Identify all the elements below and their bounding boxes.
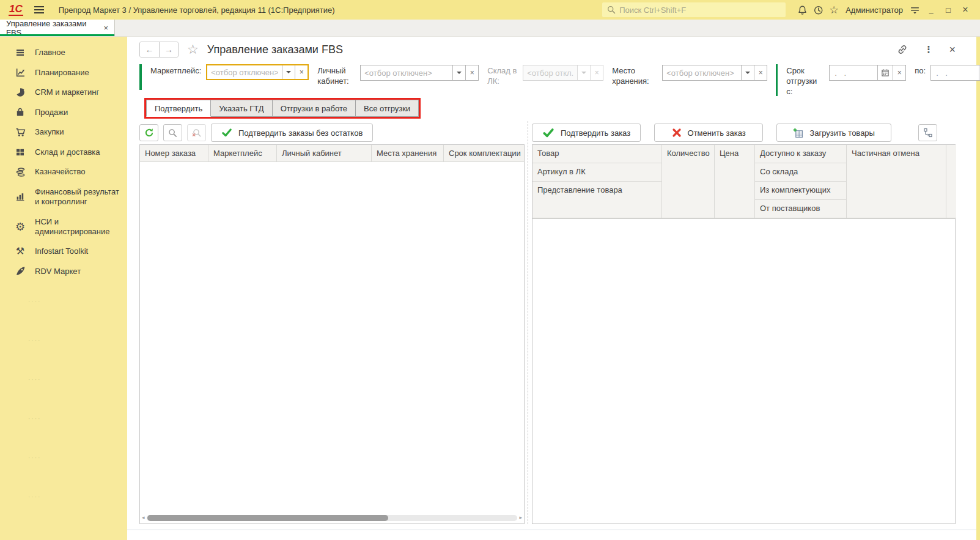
column-header-available[interactable]: Доступно к заказу	[755, 145, 847, 163]
sidebar-item-finance[interactable]: Финансовый результат и контроллинг	[0, 182, 127, 212]
column-header-partial-cancel[interactable]: Частичная отмена	[847, 145, 946, 218]
calendar-button[interactable]	[877, 65, 893, 80]
sidebar-item-label: Главное	[35, 48, 65, 57]
panel-splitter[interactable]	[525, 121, 532, 524]
filter-group-marker	[139, 64, 142, 90]
column-header-assembly-deadline[interactable]: Срок комплектации	[444, 145, 524, 161]
orders-horizontal-scrollbar[interactable]: ◂ ▸	[140, 512, 524, 523]
scrollbar-thumb[interactable]	[147, 515, 389, 521]
global-search-input[interactable]	[619, 6, 781, 15]
orders-panel: Подтвердить заказы без остатков Номер за…	[139, 121, 525, 524]
gear-icon: ⚙	[15, 221, 26, 232]
red-x-icon	[672, 128, 682, 138]
ship-to-date-field[interactable]: . . ×	[930, 65, 980, 81]
coins-icon	[15, 167, 26, 177]
clear-filter-button[interactable]: ×	[295, 65, 308, 79]
sidebar-item-planning[interactable]: Планирование	[0, 62, 127, 83]
transfer-rows-button[interactable]	[918, 124, 937, 141]
column-header-price[interactable]: Цена	[715, 145, 755, 218]
more-menu-icon[interactable]: ⋮	[924, 44, 933, 55]
global-search[interactable]	[602, 2, 786, 17]
tab-shipments-in-progress[interactable]: Отгрузки в работе	[273, 100, 356, 117]
sidebar-item-sales[interactable]: Продажи	[0, 103, 127, 122]
warehouse-filter-combo: ×	[523, 65, 603, 81]
column-header-product[interactable]: Товар	[532, 145, 662, 163]
window-tab-close-icon[interactable]: ×	[103, 23, 108, 32]
favorite-star-icon[interactable]: ☆	[187, 42, 199, 57]
get-link-icon[interactable]	[897, 44, 908, 55]
window-tabstrip: Управление заказами FBS ×	[0, 20, 980, 37]
tab-all-shipments[interactable]: Все отгрузки	[356, 100, 419, 117]
refresh-button[interactable]	[139, 124, 158, 141]
storage-filter-input[interactable]	[663, 65, 741, 80]
sidebar-item-treasury[interactable]: Казначейство	[0, 162, 127, 182]
marketplace-filter-combo[interactable]: ×	[206, 64, 309, 80]
column-header-from-suppliers[interactable]: От поставщиков	[755, 200, 847, 218]
marketplace-filter-input[interactable]	[207, 65, 282, 79]
sidebar-dots-decoration	[0, 477, 127, 516]
column-header-from-stock[interactable]: Со склада	[755, 163, 847, 182]
ship-from-date-field[interactable]: . . ×	[829, 65, 906, 81]
column-header-quantity[interactable]: Количество	[662, 145, 715, 218]
clear-icon: ×	[470, 68, 474, 77]
tab-gtd[interactable]: Указать ГТД	[211, 100, 272, 117]
favorites-star-icon[interactable]: ☆	[826, 2, 842, 17]
sidebar-item-rdv-market[interactable]: RDV Маркет	[0, 261, 127, 281]
clear-filter-button[interactable]: ×	[465, 65, 478, 80]
sidebar-item-infostart[interactable]: ⚒ Infostart Toolkit	[0, 242, 127, 261]
load-products-button[interactable]: Загрузить товары	[776, 124, 891, 142]
minimize-button[interactable]: –	[923, 2, 940, 17]
ship-to-date-value[interactable]: . .	[931, 65, 979, 80]
clear-date-button[interactable]: ×	[893, 65, 905, 80]
main-menu-button[interactable]	[34, 4, 44, 15]
column-header-presentation[interactable]: Представление товара	[532, 182, 662, 218]
notifications-bell-icon[interactable]	[794, 2, 810, 17]
account-filter-combo[interactable]: ×	[360, 65, 479, 81]
sidebar-item-crm[interactable]: CRM и маркетинг	[0, 83, 127, 102]
ship-from-date-value[interactable]: . .	[830, 65, 877, 80]
column-header-order-number[interactable]: Номер заказа	[140, 145, 208, 161]
close-window-button[interactable]: ×	[957, 2, 974, 17]
nav-forward-button[interactable]: →	[159, 42, 178, 57]
close-form-icon[interactable]: ×	[949, 43, 956, 56]
nav-back-button[interactable]: ←	[140, 42, 159, 57]
order-items-panel: Подтвердить заказ Отменить заказ Загрузи…	[532, 121, 956, 524]
scrollbar-track[interactable]	[147, 515, 518, 521]
tab-confirm[interactable]: Подтвердить	[146, 100, 211, 117]
search-icon	[168, 128, 177, 138]
column-header-article[interactable]: Артикул в ЛК	[532, 163, 662, 182]
dropdown-button[interactable]	[741, 65, 754, 80]
column-header-marketplace[interactable]: Маркетплейс	[208, 145, 277, 161]
history-icon[interactable]	[810, 2, 826, 17]
account-filter-input[interactable]	[361, 65, 452, 80]
scroll-right-icon[interactable]: ▸	[519, 515, 522, 520]
clear-filter-button[interactable]: ×	[754, 65, 767, 80]
user-name[interactable]: Администратор	[846, 6, 903, 15]
sidebar-item-nsi-admin[interactable]: ⚙ НСИ и администрирование	[0, 212, 127, 242]
storage-filter-combo[interactable]: ×	[662, 65, 767, 81]
cancel-order-button[interactable]: Отменить заказ	[654, 124, 763, 142]
user-menu-icon[interactable]	[907, 2, 923, 17]
chevron-down-icon	[457, 72, 462, 76]
clear-icon: ×	[595, 68, 599, 77]
maximize-button[interactable]: □	[940, 2, 957, 17]
column-header-account[interactable]: Личный кабинет	[277, 145, 372, 161]
orders-table-body[interactable]	[140, 162, 524, 512]
sidebar-item-purchases[interactable]: Закупки	[0, 122, 127, 142]
cancel-search-button[interactable]	[187, 124, 206, 141]
titlebar: 1С Препрод Маркет 3 / Управление торговл…	[0, 0, 980, 20]
dropdown-button[interactable]	[282, 65, 295, 79]
column-header-from-components[interactable]: Из комплектующих	[755, 182, 847, 200]
sidebar-item-label: CRM и маркетинг	[35, 87, 99, 97]
scroll-left-icon[interactable]: ◂	[142, 515, 145, 520]
search-button[interactable]	[163, 124, 182, 141]
sections-sidebar: Главное Планирование CRM и маркетинг Про…	[0, 37, 127, 540]
confirm-orders-no-stock-button[interactable]: Подтвердить заказы без остатков	[211, 124, 373, 142]
window-tab-fbs-orders[interactable]: Управление заказами FBS ×	[0, 20, 115, 36]
confirm-order-button[interactable]: Подтвердить заказ	[532, 124, 641, 142]
items-table-body[interactable]	[532, 219, 955, 523]
sidebar-item-warehouse[interactable]: Склад и доставка	[0, 142, 127, 162]
dropdown-button[interactable]	[452, 65, 465, 80]
column-header-storage-places[interactable]: Места хранения	[372, 145, 444, 161]
sidebar-item-main[interactable]: Главное	[0, 43, 127, 62]
